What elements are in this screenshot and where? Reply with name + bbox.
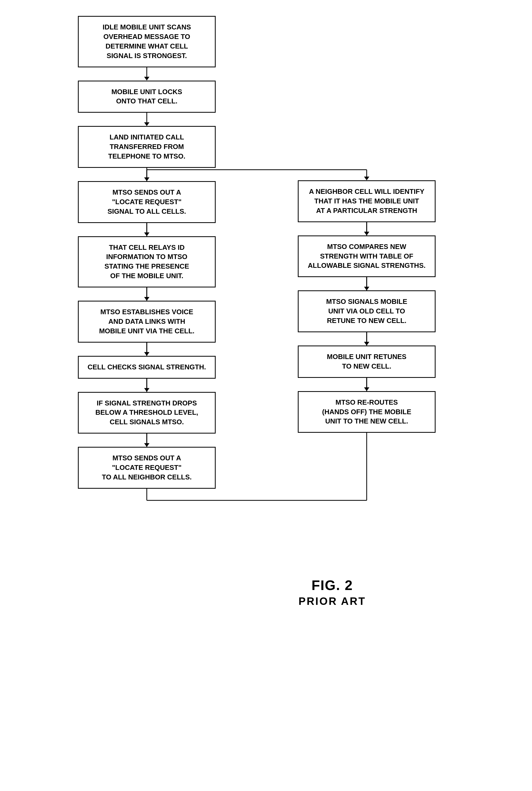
right-box-3: MOBILE UNIT RETUNES TO NEW CELL. <box>298 346 436 378</box>
svg-marker-1 <box>144 77 149 80</box>
left-box-6: CELL CHECKS SIGNAL STRENGTH. <box>78 356 216 379</box>
left-box-5: MTSO ESTABLISHES VOICE AND DATA LINKS WI… <box>78 301 216 343</box>
left-box-4: THAT CELL RELAYS ID INFORMATION TO MTSO … <box>78 236 216 288</box>
left-box-7: IF SIGNAL STRENGTH DROPS BELOW A THRESHO… <box>78 392 216 434</box>
left-box-0: IDLE MOBILE UNIT SCANS OVERHEAD MESSAGE … <box>78 16 216 67</box>
svg-marker-23 <box>364 387 369 391</box>
svg-marker-17 <box>364 232 369 236</box>
svg-marker-7 <box>144 233 149 236</box>
svg-marker-31 <box>364 177 369 180</box>
svg-marker-11 <box>144 352 149 356</box>
svg-marker-5 <box>144 178 149 181</box>
svg-marker-15 <box>144 443 149 447</box>
right-box-0: A NEIGHBOR CELL WILL IDENTIFY THAT IT HA… <box>298 180 436 222</box>
right-box-1: MTSO COMPARES NEW STRENGTH WITH TABLE OF… <box>298 236 436 277</box>
left-box-3: MTSO SENDS OUT A "LOCATE REQUEST" SIGNAL… <box>78 181 216 223</box>
left-box-2: LAND INITIATED CALL TRANSFERRED FROM TEL… <box>78 126 216 168</box>
right-box-2: MTSO SIGNALS MOBILE UNIT VIA OLD CELL TO… <box>298 290 436 332</box>
svg-marker-19 <box>364 287 369 290</box>
left-box-8: MTSO SENDS OUT A "LOCATE REQUEST" TO ALL… <box>78 447 216 489</box>
svg-marker-13 <box>144 388 149 392</box>
figure-subtitle: PRIOR ART <box>279 595 385 607</box>
svg-marker-9 <box>144 297 149 301</box>
left-box-1: MOBILE UNIT LOCKS ONTO THAT CELL. <box>78 80 216 113</box>
svg-marker-21 <box>364 342 369 346</box>
svg-marker-3 <box>144 122 149 126</box>
right-box-4: MTSO RE-ROUTES (HANDS OFF) THE MOBILE UN… <box>298 391 436 433</box>
figure-number: FIG. 2 <box>279 577 385 593</box>
